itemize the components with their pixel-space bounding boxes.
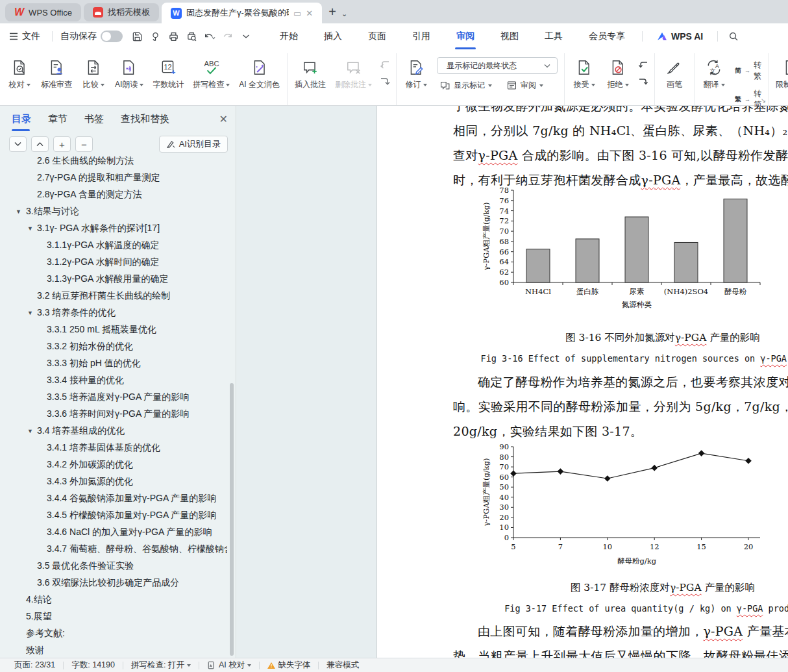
reviewer-pane-button[interactable]: 审阅 (504, 79, 546, 92)
toc-item[interactable]: 3.5 最优化条件验证实验 (0, 558, 227, 575)
menu-tab-tools[interactable]: 工具 (532, 23, 576, 49)
toc-item[interactable]: 3.2 纳豆芽孢杆菌生长曲线的绘制 (0, 288, 227, 305)
track-changes-button[interactable]: 修订 (399, 55, 433, 93)
menu-tab-insert[interactable]: 插入 (311, 23, 355, 49)
ai-read-button[interactable]: AI朗读 (110, 55, 148, 93)
toolbar-more-chevron[interactable] (237, 28, 255, 45)
display-state-select[interactable]: 显示标记的最终状态 (437, 57, 558, 74)
word-count-button[interactable]: 12+ 字数统计 (148, 55, 188, 93)
toc-item[interactable]: 4.结论 (0, 591, 227, 608)
save-button[interactable] (128, 28, 146, 45)
toc-item[interactable]: 3.3.4 接种量的优化 (0, 372, 227, 389)
collab-icon[interactable]: ▭ (293, 8, 301, 18)
show-markup-button[interactable]: 显示标记 (437, 79, 495, 92)
close-tab-icon[interactable]: ✕ (306, 8, 313, 18)
zoom-out-toc-button[interactable]: − (75, 136, 93, 152)
missing-font-warning[interactable]: 缺失字体 (260, 660, 318, 671)
compat-mode-indicator[interactable]: 兼容模式 (319, 660, 367, 671)
toc-item[interactable]: 3.3.3 初始 pH 值的优化 (0, 355, 227, 372)
collapse-all-button[interactable] (9, 136, 27, 152)
zoom-in-toc-button[interactable]: + (53, 136, 71, 152)
restrict-editing-button[interactable]: 限制编辑 (771, 55, 788, 93)
toc-expand-arrow-icon[interactable]: ▼ (27, 428, 33, 434)
sidebar-tab-toc[interactable]: 目录 (12, 113, 31, 125)
next-change-button[interactable] (636, 75, 650, 87)
toc-item[interactable]: 3.6 双缩脲法比较初步确定产品成分 (0, 575, 227, 591)
proofread-button[interactable]: 校对 (3, 55, 36, 93)
toc-item[interactable]: 3.4.3 外加氮源的优化 (0, 473, 227, 490)
reject-change-button[interactable]: 拒绝 (601, 55, 635, 93)
toc-item[interactable]: 参考文献: (0, 625, 227, 642)
undo-button[interactable] (201, 28, 219, 45)
toc-item[interactable]: 2.8γ-PGA 含量的测定方法 (0, 186, 227, 203)
simplified-to-traditional-button[interactable]: 简→ 转繁 (732, 58, 764, 83)
menu-tab-member[interactable]: 会员专享 (576, 23, 638, 49)
toc-item[interactable]: 5.展望 (0, 608, 227, 625)
toc-item[interactable]: ▼3.结果与讨论 (0, 203, 227, 220)
toc-item[interactable]: 3.1.3γ-PGA 水解酸用量的确定 (0, 271, 227, 288)
print-button[interactable] (164, 28, 182, 45)
toc-expand-arrow-icon[interactable]: ▼ (27, 310, 33, 316)
toc-item[interactable]: ▼3.1γ- PGA 水解条件的探讨[17] (0, 220, 227, 237)
sidebar-scrollbar-thumb[interactable] (230, 383, 234, 656)
sidebar-tab-bookmark[interactable]: 书签 (84, 113, 104, 125)
dialog-launcher-icon[interactable]: ↘ (761, 97, 766, 104)
brush-button[interactable]: 画笔 (658, 55, 691, 93)
compare-button[interactable]: 比较 (77, 55, 110, 93)
toc-item[interactable]: 3.3.1 250 mL 摇瓶装量优化 (0, 321, 227, 338)
toc-item[interactable]: 3.4.1 培养基固体基质的优化 (0, 440, 227, 456)
print-preview-button[interactable] (182, 28, 201, 45)
page-indicator[interactable]: 页面: 23/31 (6, 660, 63, 671)
accept-change-button[interactable]: 接受 (567, 55, 601, 93)
spellcheck-status[interactable]: 拼写检查: 打开 (123, 660, 199, 671)
tab-list-chevron-icon[interactable]: ⌄ (341, 10, 347, 18)
toc-expand-arrow-icon[interactable]: ▼ (27, 225, 33, 232)
previous-comment-button[interactable] (378, 58, 392, 70)
previous-change-button[interactable] (636, 58, 650, 70)
toc-item[interactable]: 2.7γ-PGA 的提取和粗产量测定 (0, 169, 227, 186)
toc-item[interactable]: 2.6 生长曲线的绘制方法 (0, 156, 227, 169)
redo-button[interactable] (219, 28, 237, 45)
file-menu-button[interactable]: 文件 (0, 31, 48, 42)
word-count-indicator[interactable]: 字数: 14190 (64, 660, 123, 671)
toc-item[interactable]: 3.4.7 葡萄糖、酵母粉、谷氨酸钠、柠檬酸钠含量 ... (0, 541, 227, 558)
delete-comment-button[interactable]: 删除批注 (330, 55, 376, 93)
menu-tab-page[interactable]: 页面 (355, 23, 399, 49)
search-button[interactable] (724, 28, 743, 45)
ai-polish-button[interactable]: AI 全文润色 (234, 55, 284, 93)
menu-tab-review[interactable]: 审阅 (443, 23, 487, 49)
autosave-toggle[interactable] (101, 31, 123, 42)
standard-review-button[interactable]: 标准审查 (36, 55, 77, 93)
toc-item[interactable]: ▼3.3 培养条件的优化 (0, 305, 227, 321)
sidebar-tab-find-replace[interactable]: 查找和替换 (121, 113, 169, 125)
document-viewport[interactable]: 了微生物发酵外加氮源是必须的。本实验发酵优化培养基除氮源外其他条件 相同，分别以… (237, 106, 788, 658)
toc-item[interactable]: 3.4.4 谷氨酸钠添加量对γ-PGA 产量的影响 (0, 490, 227, 507)
expand-all-button[interactable] (31, 136, 49, 152)
insert-comment-button[interactable]: 插入批注 (290, 55, 330, 93)
ai-recognize-toc-button[interactable]: AI识别目录 (159, 136, 228, 153)
toc-item[interactable]: ▼3.4 培养基组成的优化 (0, 423, 227, 440)
sidebar-tab-chapter[interactable]: 章节 (48, 113, 68, 125)
toc-item[interactable]: 3.4.5 柠檬酸钠添加量对γ-PGA 产量的影响 (0, 507, 227, 524)
toc-item[interactable]: 3.1.2γ-PGA 水解时间的确定 (0, 254, 227, 271)
sidebar-close-icon[interactable]: ✕ (219, 113, 228, 125)
toc-item[interactable]: 致谢 (0, 642, 227, 658)
toc-item[interactable]: 3.1.1γ-PGA 水解温度的确定 (0, 237, 227, 254)
wps-ai-button[interactable]: WPS AI (646, 31, 713, 42)
tab-docer-template[interactable]: 找稻壳模板 (84, 3, 159, 21)
translate-button[interactable]: 文A 翻译 (697, 55, 731, 93)
tab-wps-office[interactable]: W WPS Office (5, 3, 81, 21)
toc-item[interactable]: 3.4.2 外加碳源的优化 (0, 456, 227, 473)
spell-check-button[interactable]: ABC 拼写检查 (188, 55, 234, 93)
export-pdf-button[interactable] (146, 28, 164, 45)
menu-tab-home[interactable]: 开始 (267, 23, 311, 49)
toc-item[interactable]: 3.3.6 培养时间对γ-PGA 产量的影响 (0, 406, 227, 423)
toc-expand-arrow-icon[interactable]: ▼ (16, 208, 21, 215)
new-tab-button[interactable]: + (328, 5, 336, 19)
toc-item[interactable]: 3.4.6 NaCl 的加入量对γ-PGA 产量的影响 (0, 524, 227, 541)
toc-item[interactable]: 3.3.2 初始水份的优化 (0, 338, 227, 355)
next-comment-button[interactable] (378, 75, 392, 87)
ai-proofread-status[interactable]: AI 校对 (199, 660, 259, 671)
menu-tab-reference[interactable]: 引用 (399, 23, 443, 49)
tab-document-active[interactable]: W 固态发酵生产γ-聚谷氨酸的研 ▭ ✕ (162, 3, 322, 23)
